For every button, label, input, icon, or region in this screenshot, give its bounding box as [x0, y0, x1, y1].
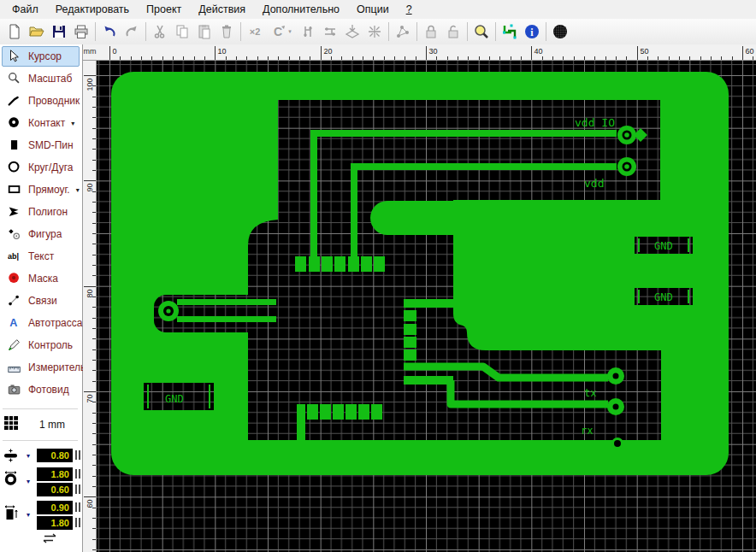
menu-help[interactable]: ? [398, 1, 421, 18]
sidebar-item-cursor[interactable]: Курсор [2, 46, 80, 67]
grid-icon[interactable] [3, 414, 25, 435]
measure-icon [7, 360, 22, 375]
sidebar-item-links[interactable]: Связи [2, 291, 80, 311]
toolbar-button-copy[interactable] [171, 21, 193, 42]
menu-bar: ФайлРедактироватьПроектДействияДополните… [0, 0, 756, 20]
toolbar-button-mirror-v[interactable] [319, 21, 341, 42]
pad-size-grip-1[interactable] [75, 484, 80, 494]
svg-text:C: C [274, 25, 282, 38]
pad-tx [607, 367, 624, 385]
sidebar-item-label: Круг/Дуга [28, 161, 73, 173]
pad-size-value-1[interactable]: 0.60 [37, 483, 73, 496]
smd-size-value-0[interactable]: 0.90 [37, 501, 73, 514]
text-icon: ab| [7, 249, 22, 264]
sidebar-item-measure[interactable]: Измеритель [2, 357, 80, 378]
grid-size-value[interactable]: 1 mm [39, 419, 65, 431]
toolbar-button-layers[interactable] [499, 21, 521, 42]
menu-actions[interactable]: Действия [190, 1, 254, 18]
menu-project[interactable]: Проект [138, 1, 190, 18]
pad-size-dropdown[interactable]: ▾ [27, 478, 30, 485]
menu-options[interactable]: Опции [348, 1, 398, 18]
toolbar-separator [416, 22, 417, 41]
toolbar-button-info[interactable]: i [521, 21, 543, 42]
ruler-horizontal: 0102030405060 [97, 44, 756, 61]
swap-values-icon[interactable] [41, 531, 60, 547]
autoroute-icon: A [7, 315, 22, 331]
toolbar-button-to-layer[interactable] [341, 21, 363, 42]
track-width-value-0[interactable]: 0.80 [37, 449, 73, 462]
ruler-vertical: 10090807060 [83, 61, 97, 552]
svg-text:×2: ×2 [250, 26, 261, 37]
toolbar-button-unlock[interactable] [442, 21, 464, 42]
pad-size-value-0[interactable]: 1.80 [37, 467, 73, 481]
toolbar-button-photoview[interactable] [549, 21, 571, 42]
toolbar-button-connections[interactable] [392, 21, 414, 42]
track-width-dropdown[interactable]: ▾ [27, 452, 30, 460]
toolbar-button-new[interactable] [3, 21, 26, 42]
sidebar-item-smd-pin[interactable]: SMD-Пин [2, 135, 80, 156]
toolbar-button-zoom[interactable] [470, 21, 493, 42]
toolbar-button-redo[interactable] [121, 21, 143, 42]
sidebar-item-label: Контроль [28, 339, 73, 351]
toolbar-button-center[interactable] [363, 21, 386, 42]
rectangle-icon [7, 182, 22, 197]
menu-file[interactable]: Файл [3, 1, 47, 18]
pad-rx [607, 398, 624, 415]
toolbar-button-delete[interactable] [216, 21, 238, 42]
menu-extras[interactable]: Дополнительно [254, 1, 348, 18]
chevron-down-icon: ▾ [76, 186, 80, 194]
smd-size-grip-1[interactable] [75, 518, 80, 527]
toolbar-separator [546, 22, 546, 41]
smd-size-value-1[interactable]: 1.80 [37, 516, 73, 530]
sidebar-item-zoom[interactable]: Масштаб [2, 68, 80, 89]
via-hole [611, 437, 623, 449]
sidebar-item-wire[interactable]: Проводник [2, 91, 80, 111]
toolbar-button-save[interactable] [48, 21, 70, 42]
smd-size-grip-0[interactable] [75, 502, 80, 512]
sidebar-item-text[interactable]: ab|Текст [2, 246, 80, 267]
ruler-unit-label: mm [83, 44, 97, 61]
toolbar-button-paste[interactable] [193, 21, 216, 42]
circle-arc-icon [7, 160, 22, 175]
mask-icon [7, 271, 22, 286]
track-width-grip-0[interactable] [75, 450, 80, 460]
smd-pin-icon [7, 138, 22, 153]
contact-icon [7, 115, 22, 131]
sidebar-item-autoroute[interactable]: AАвтотрасса [2, 313, 80, 333]
toolbar: ×2C▾i [0, 19, 756, 45]
links-icon [7, 293, 22, 308]
sidebar-item-mask[interactable]: Маска [2, 268, 80, 289]
toolbar-separator [388, 22, 389, 41]
pcb-canvas[interactable]: vdd IO vdd GND GND GND tx rx [97, 61, 756, 552]
smd-size-dropdown[interactable]: ▾ [27, 511, 30, 519]
toolbar-button-mirror-h[interactable] [297, 21, 319, 42]
divider [3, 440, 78, 441]
sidebar-item-contact[interactable]: Контакт▾ [2, 113, 80, 133]
sidebar-item-circle-arc[interactable]: Круг/Дуга [2, 157, 80, 178]
toolbar-button-scale-x2[interactable]: ×2 [244, 21, 266, 42]
sidebar-item-polygon[interactable]: Полигон [2, 202, 80, 222]
sidebar-item-rectangle[interactable]: Прямоуг.▾ [2, 179, 80, 200]
svg-text:100: 100 [86, 79, 94, 91]
toolbar-separator [240, 22, 241, 41]
menu-edit[interactable]: Редактировать [47, 1, 138, 18]
smd-size-icon [3, 504, 25, 525]
polygon-icon [7, 204, 22, 220]
toolbar-button-rotate[interactable]: C▾ [266, 21, 297, 42]
toolbar-button-open[interactable] [26, 21, 48, 42]
label-vdd-io: vdd IO [575, 116, 615, 129]
svg-text:40: 40 [535, 47, 543, 56]
svg-text:A: A [9, 317, 17, 329]
sidebar-item-label: Измеритель [28, 361, 86, 373]
sidebar-item-control[interactable]: Контроль [2, 335, 80, 355]
svg-text:60: 60 [86, 500, 94, 508]
sidebar-item-photoview[interactable]: Фотовид [2, 379, 80, 400]
toolbar-button-print[interactable] [70, 21, 92, 42]
toolbar-button-lock[interactable] [420, 21, 442, 42]
pad-size-grip-0[interactable] [75, 469, 80, 479]
toolbar-button-cut[interactable] [149, 21, 171, 42]
sidebar-item-label: Связи [28, 295, 57, 307]
toolbar-button-undo[interactable] [98, 21, 121, 42]
label-gnd-bottom: GND [654, 291, 673, 303]
sidebar-item-shape[interactable]: Фигура [2, 224, 80, 244]
